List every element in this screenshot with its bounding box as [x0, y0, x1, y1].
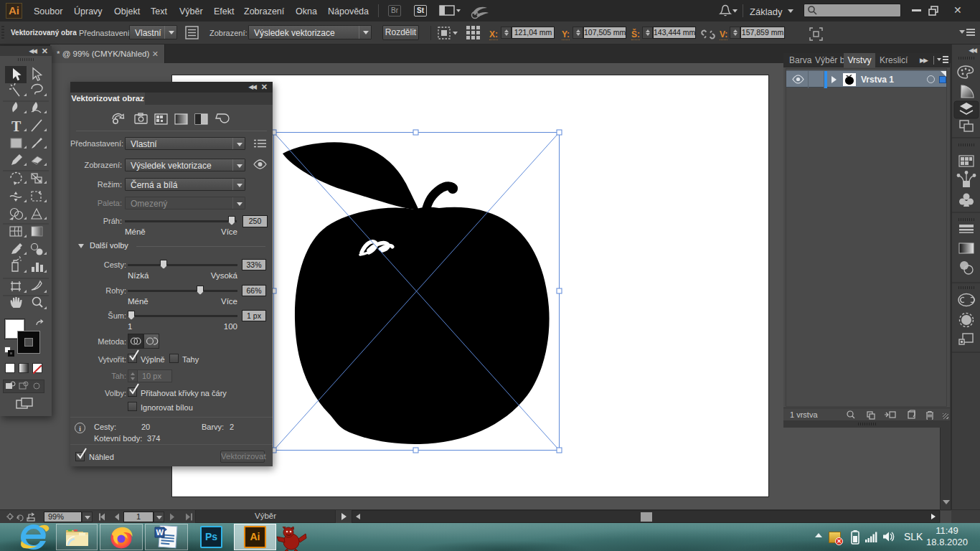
- svg-text:T: T: [11, 118, 22, 134]
- svg-text:W: W: [156, 528, 164, 537]
